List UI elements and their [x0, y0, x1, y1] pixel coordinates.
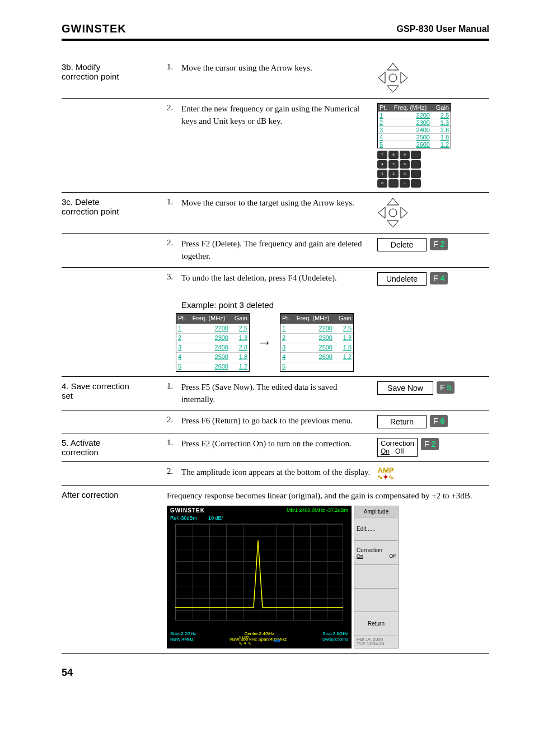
sec-4-step1: 4. Save correction set 1. Press F5 (Save…	[62, 377, 489, 411]
menu-correction[interactable]: Correction OnOff	[354, 541, 398, 564]
step-number: 1.	[167, 197, 181, 207]
step-text: Press F5 (Save Now). The edited data is …	[181, 381, 377, 406]
svg-marker-6	[387, 221, 399, 227]
scope-screenshot: GWINSTEK Mkr1 2400.0MHz -37.2dBm Ref:-30…	[167, 506, 489, 648]
step-text: Press F2 (Delete). The frequency and gai…	[181, 238, 377, 263]
step-number: 1.	[167, 62, 181, 72]
return-softkey[interactable]: Return	[377, 415, 427, 428]
step-text: Enter the new frequency or gain using th…	[181, 103, 377, 128]
menu-return[interactable]: Return	[354, 612, 398, 636]
step-number: 3.	[167, 272, 181, 282]
menu-amplitude[interactable]: Amplitude	[354, 506, 398, 517]
undelete-softkey[interactable]: Undelete	[377, 272, 427, 286]
step-number: 1.	[167, 381, 181, 391]
step-number: 2.	[167, 238, 181, 248]
step-text: The amplitude icon appears at the bottom…	[181, 466, 377, 479]
sec-5-step2: 2. The amplitude icon appears at the bot…	[62, 462, 489, 486]
sec-3c-step2: 2. Press F2 (Delete). The frequency and …	[62, 234, 489, 268]
sec-3c-step3: 3. To undo the last deletion, press F4 (…	[62, 268, 489, 290]
arrow-keys-icon	[377, 197, 409, 228]
after-text: Frequency response becomes linear (origi…	[167, 490, 489, 502]
f4-key[interactable]: F4	[430, 272, 448, 284]
step-text: Move the cursor using the Arrow keys.	[181, 62, 377, 74]
scope-ref: Ref:-30dBm	[170, 515, 197, 521]
col-pt: Pt.	[380, 104, 391, 111]
menu-blank	[354, 565, 398, 589]
col-gain: Gain	[430, 104, 449, 111]
sec-4-heading: 4. Save correction set	[62, 381, 167, 400]
arrow-right-icon: →	[257, 332, 272, 353]
after-correction: After correction Frequency response beco…	[62, 486, 489, 654]
f6-key[interactable]: F6	[430, 415, 448, 427]
f5-key[interactable]: F5	[437, 381, 455, 394]
page-header: GWINSTEK GSP-830 User Manual	[62, 22, 489, 41]
scope-marker: Mkr1 2400.0MHz -37.2dBm	[287, 507, 348, 514]
sec-3b-step2: 2. Enter the new frequency or gain using…	[62, 99, 489, 193]
freq-gain-table: Pt. Freq. (MHz) Gain 122002.5 223001.3 3…	[377, 103, 451, 148]
sec-3b-heading: 3b. Modify correction point	[62, 62, 167, 81]
amp-status-icon: AMP∿✦∿	[238, 635, 252, 646]
f2-key[interactable]: F2	[421, 438, 439, 450]
delete-softkey[interactable]: Delete	[377, 238, 427, 251]
svg-marker-5	[387, 198, 399, 205]
save-now-softkey[interactable]: Save Now	[377, 381, 433, 395]
sec-3c-heading: 3c. Delete correction point	[62, 197, 167, 216]
svg-point-9	[389, 209, 397, 217]
numeric-keypad-icon: 789 456 123 0·-	[377, 151, 421, 188]
svg-marker-1	[387, 86, 399, 92]
svg-point-4	[389, 74, 397, 82]
svg-marker-0	[387, 63, 399, 70]
before-table: Pt.Freq. (MHz)Gain 122002.5 223001.3 324…	[176, 313, 250, 372]
col-freq: Freq. (MHz)	[391, 104, 430, 111]
step-number: 2.	[167, 415, 181, 424]
example-title: Example: point 3 deleted	[181, 299, 484, 311]
sec-3c-example: Example: point 3 deleted Pt.Freq. (MHz)G…	[62, 290, 489, 377]
step-number: 2.	[167, 103, 181, 113]
step-text: Press F2 (Correction On) to turn on the …	[181, 438, 377, 450]
page-number: 54	[62, 667, 489, 679]
scope-brand: GWINSTEK	[170, 507, 205, 514]
scope-time: TUE 12:34:24	[357, 642, 396, 647]
f2-key[interactable]: F2	[430, 238, 448, 250]
svg-marker-7	[378, 207, 385, 218]
menu-edit[interactable]: Edit......	[354, 517, 398, 541]
sec-5-step1: 5. Activate correction 1. Press F2 (Corr…	[62, 433, 489, 462]
sec-5-heading: 5. Activate correction	[62, 438, 167, 457]
svg-marker-3	[401, 72, 407, 83]
brand-logo: GWINSTEK	[62, 22, 127, 35]
scope-div: 10 dB/	[208, 515, 223, 521]
arrow-keys-icon	[377, 62, 409, 94]
after-heading: After correction	[62, 490, 167, 500]
step-number: 1.	[167, 438, 181, 447]
step-text: Move the cursor to the target using the …	[181, 197, 377, 209]
svg-marker-8	[401, 207, 407, 218]
sec-3b-step1: 3b. Modify correction point 1. Move the …	[62, 58, 489, 99]
step-number: 2.	[167, 466, 181, 476]
menu-blank	[354, 589, 398, 612]
svg-marker-2	[378, 72, 385, 83]
manual-title: GSP-830 User Manual	[397, 24, 489, 34]
correction-softkey[interactable]: Correction On Off	[377, 438, 418, 456]
scope-side-menu: Amplitude Edit...... Correction OnOff Re…	[354, 506, 399, 648]
step-text: To undo the last deletion, press F4 (Und…	[181, 272, 377, 284]
step-text: Press F6 (Return) to go back to the prev…	[181, 415, 377, 427]
sec-3c-step1: 3c. Delete correction point 1. Move the …	[62, 193, 489, 234]
after-table: Pt.Freq. (MHz)Gain 122002.5 223001.3 325…	[280, 313, 354, 372]
seq-status-icon: ■■	[274, 638, 280, 643]
sec-4-step2: 2. Press F6 (Return) to go back to the p…	[62, 410, 489, 433]
amplitude-icon: AMP ∿✦∿	[377, 466, 394, 480]
